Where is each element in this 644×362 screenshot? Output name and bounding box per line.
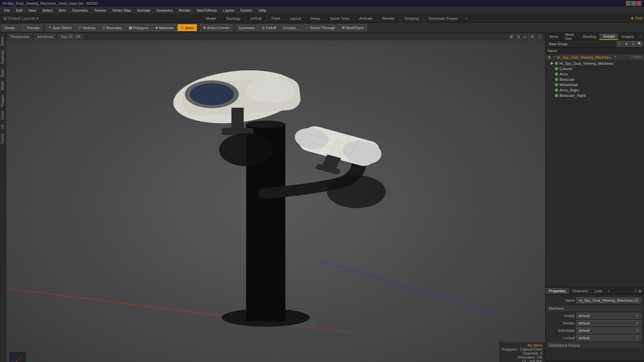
items-button[interactable]: ⬡ Items: [177, 24, 197, 31]
menu-geometry[interactable]: Geometry: [69, 8, 91, 13]
falloff-button[interactable]: ◎ Falloff: [259, 24, 279, 31]
name-input[interactable]: [576, 297, 641, 303]
sidebar-tab-fusion[interactable]: Fusion: [0, 131, 6, 145]
viewport-canvas[interactable]: Y X Z No Items Polygons : Catmull-Clark …: [6, 40, 545, 362]
select-through-icon: ↔: [306, 26, 309, 30]
expand-button[interactable]: ⬡: [536, 34, 543, 40]
list-item-wheelchair[interactable]: Wheelchair: [545, 82, 644, 87]
snap-button[interactable]: ⊡: [515, 34, 522, 40]
rtab-images[interactable]: Images: [618, 34, 637, 40]
sidebar-tab-select[interactable]: Select: [0, 34, 6, 48]
viewport[interactable]: Perspective Advanced Ray GL: Off ⊞ ⊡ ▷ ⚙…: [6, 33, 545, 362]
rtab-groups[interactable]: Groups: [599, 33, 618, 40]
visible-dropdown[interactable]: default ▼: [576, 313, 641, 319]
tab-topology[interactable]: Topology: [221, 15, 246, 22]
menu-file[interactable]: File: [1, 8, 13, 13]
menu-render[interactable]: Render: [176, 8, 194, 13]
items-view-btn2[interactable]: ⊞: [623, 41, 629, 47]
render-preview-button[interactable]: ▷: [522, 34, 528, 40]
brtab-arrow-icon[interactable]: ▶: [639, 288, 643, 293]
perspective-button[interactable]: Perspective: [8, 34, 32, 39]
list-item-binocular-right[interactable]: Binocular_Right: [545, 93, 644, 98]
rtab-items[interactable]: Items: [546, 34, 562, 40]
tab-layout[interactable]: Layout: [285, 15, 306, 22]
tab-paint[interactable]: Paint: [267, 15, 285, 22]
rtab-shading[interactable]: Shading: [579, 34, 599, 40]
brtab-properties[interactable]: Properties: [545, 288, 569, 294]
settings-button[interactable]: ⚙: [529, 34, 536, 40]
rtab-meshops[interactable]: Mesh Ops: [562, 32, 579, 42]
items-group-header[interactable]: ▼ ✓ Hi_Spy_Dual_Viewing_Machines ✎ 7 Ite…: [545, 54, 644, 60]
render-dropdown[interactable]: default ▼: [576, 320, 641, 326]
rtab-add-button[interactable]: +: [637, 34, 643, 40]
item-vis-binocular: [555, 78, 558, 81]
menu-layout[interactable]: Layout: [220, 8, 237, 13]
advanced-button[interactable]: Advanced: [35, 34, 56, 39]
locked-dropdown[interactable]: default ▼: [576, 335, 641, 341]
tab-scripting[interactable]: Scripting: [399, 15, 424, 22]
tab-schematic[interactable]: Schematic Fusion: [424, 15, 463, 22]
constraints-button[interactable]: Constra...: [280, 24, 302, 31]
list-item-arms[interactable]: Arms: [545, 71, 644, 77]
menu-view[interactable]: View: [26, 8, 39, 13]
tab-setup[interactable]: Setup: [306, 15, 325, 22]
maximize-button[interactable]: □: [631, 1, 636, 6]
menu-edit[interactable]: Edit: [13, 8, 25, 13]
tab-animate[interactable]: Animate: [355, 15, 378, 22]
brtab-channels[interactable]: Channels: [569, 288, 591, 294]
star-only-label[interactable]: ★ Only: [631, 16, 643, 20]
menu-system[interactable]: System: [237, 8, 255, 13]
menu-animate[interactable]: Animate: [134, 8, 153, 13]
menu-help[interactable]: Help: [256, 8, 269, 13]
right-panel-tabs: Items Mesh Ops Shading Groups Images +: [545, 33, 644, 40]
materials-button[interactable]: ◈ Materials: [152, 24, 177, 31]
items-list[interactable]: ▼ ✓ Hi_Spy_Dual_Viewing_Machines ✎ 7 Ite…: [545, 54, 644, 287]
items-view-btn3[interactable]: ⊡: [630, 41, 636, 47]
auto-select-button[interactable]: ↖ Auto Select: [46, 24, 74, 31]
symmetry-button[interactable]: Symmetry: [235, 24, 258, 31]
sidebar-tab-model[interactable]: Model: [0, 79, 6, 92]
menu-item[interactable]: Item: [56, 8, 68, 13]
list-item-arms-right[interactable]: Arms_Right: [545, 87, 644, 93]
maximize-viewport-button[interactable]: ⊞: [508, 34, 515, 40]
tab-uvedit[interactable]: UVEdit: [246, 15, 267, 22]
sidebar-tab-polygon[interactable]: Polygon: [0, 92, 6, 109]
ray-gl-button[interactable]: Ray GL: Off: [58, 34, 83, 39]
polygons-button[interactable]: ▦ Polygons: [126, 24, 151, 31]
items-view-btn1[interactable]: ≡: [616, 41, 623, 47]
tab-gametools[interactable]: Game Tools: [325, 15, 355, 22]
brtab-expand-icon[interactable]: ⬡: [634, 288, 638, 293]
boundary-button[interactable]: ◻ Boundary: [99, 24, 125, 31]
sidebar-tab-curve[interactable]: Curve: [0, 109, 6, 122]
menu-maxtomodo[interactable]: MaxToModo: [194, 8, 220, 13]
menu-vertexmap[interactable]: Vertex Map: [110, 8, 134, 13]
sidebar-tab-duplicate[interactable]: Duplicate: [0, 48, 6, 66]
sculpt-button[interactable]: Sculpt: [1, 24, 18, 31]
group-edit-icon[interactable]: ✎: [614, 55, 617, 59]
list-item-column[interactable]: Column: [545, 66, 644, 71]
select-through-button[interactable]: ↔ Select Through: [303, 24, 338, 31]
tab-render[interactable]: Render: [378, 15, 399, 22]
close-button[interactable]: ×: [637, 1, 641, 6]
menu-dynamics[interactable]: Dynamics: [154, 8, 175, 13]
workplane-button[interactable]: ⊞ WorkPlane: [339, 24, 367, 31]
list-item-binocular[interactable]: Binocular: [545, 77, 644, 82]
menu-texture[interactable]: Texture: [92, 8, 109, 13]
items-view-btn4[interactable]: 🔍: [637, 41, 643, 47]
tab-add-button[interactable]: +: [463, 15, 470, 22]
brtab-lists[interactable]: Lists: [591, 288, 606, 294]
layout-selector[interactable]: ⊞ Default Layouts ▾: [1, 15, 41, 21]
brtab-add-button[interactable]: +: [605, 288, 611, 294]
action-center-button[interactable]: ⊕ Action Center: [200, 24, 232, 31]
menu-select[interactable]: Select: [40, 8, 55, 13]
vertices-button[interactable]: ⬡ Vertices: [75, 24, 99, 31]
titlebar: Hi-Spy_Dual_Viewing_Machines_modo_base.l…: [0, 0, 644, 7]
sidebar-tab-basic[interactable]: Basic: [0, 66, 6, 79]
selectable-dropdown[interactable]: default ▼: [576, 327, 641, 334]
tab-model[interactable]: Model: [201, 15, 221, 22]
presets-button[interactable]: ⬛ Presets: [18, 24, 43, 31]
no-items-label: No Items: [502, 343, 542, 347]
minimize-button[interactable]: _: [626, 1, 631, 6]
sidebar-tab-uv[interactable]: UV: [0, 122, 6, 131]
list-item-main[interactable]: ▶ Hi_Spy_Dual_Viewing_Machines: [545, 60, 644, 66]
